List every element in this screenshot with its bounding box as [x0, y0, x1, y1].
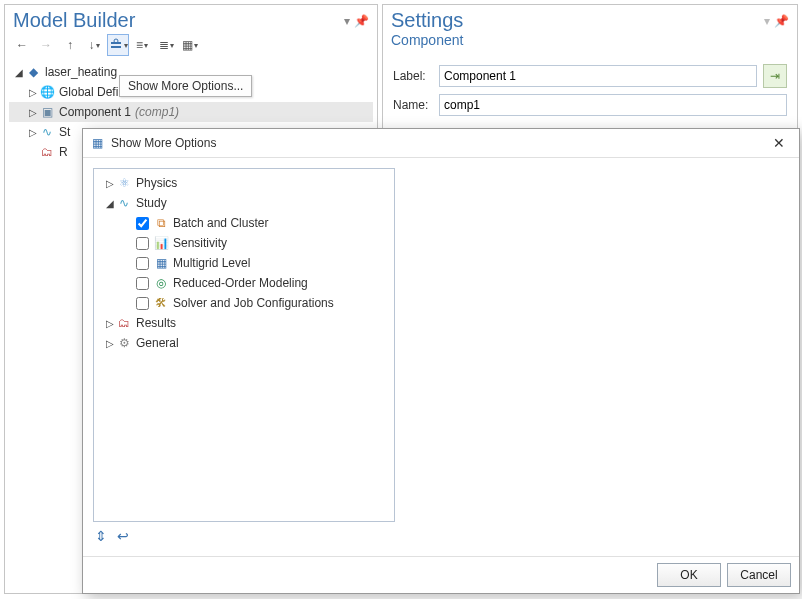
tree-study-stub-label: St: [59, 125, 70, 139]
panel-menu-icon[interactable]: ▾: [344, 14, 350, 28]
settings-subtitle: Component: [383, 32, 797, 52]
dialog-footer: OK Cancel: [83, 556, 799, 593]
cube-icon: ▣: [39, 104, 55, 120]
option-solver[interactable]: 🛠 Solver and Job Configurations: [100, 293, 388, 313]
label-row: Label: ⇥: [393, 64, 787, 88]
sensitivity-checkbox[interactable]: [136, 237, 149, 250]
option-multigrid-label: Multigrid Level: [173, 256, 250, 270]
options-tree: ▷ ⚛ Physics ◢ ∿ Study ⧉ Batch and Cluste…: [93, 168, 395, 522]
twisty-collapsed-icon[interactable]: ▷: [27, 107, 39, 118]
option-sensitivity[interactable]: 📊 Sensitivity: [100, 233, 388, 253]
dialog-right-pane: [405, 168, 789, 522]
model-builder-toolbar: ← → ↑ ↓▾ ▾ ≡▾ ≣▾ ▦▾: [5, 32, 377, 60]
settings-title: Settings: [391, 9, 463, 32]
study-icon: ∿: [39, 124, 55, 140]
model-builder-title-bar: Model Builder ▾ 📌: [5, 5, 377, 32]
option-batch-label: Batch and Cluster: [173, 216, 268, 230]
option-rom[interactable]: ◎ Reduced-Order Modeling: [100, 273, 388, 293]
rom-icon: ◎: [153, 275, 169, 291]
panel-pin-controls: ▾ 📌: [344, 14, 369, 28]
label-input[interactable]: [439, 65, 757, 87]
reset-icon[interactable]: ↩: [117, 528, 129, 544]
toolbar-extra-2[interactable]: ≣▾: [155, 34, 177, 56]
close-icon[interactable]: ✕: [765, 135, 793, 151]
show-more-options-button[interactable]: ▾: [107, 34, 129, 56]
twisty-expanded-icon[interactable]: ◢: [13, 67, 25, 78]
section-physics-label: Physics: [136, 176, 177, 190]
tree-component-suffix: (comp1): [135, 105, 179, 119]
name-row: Name:: [393, 94, 787, 116]
multigrid-icon: ▦: [153, 255, 169, 271]
option-solver-label: Solver and Job Configurations: [173, 296, 334, 310]
option-multigrid[interactable]: ▦ Multigrid Level: [100, 253, 388, 273]
dialog-titlebar[interactable]: ▦ Show More Options ✕: [83, 129, 799, 158]
tree-component[interactable]: ▷ ▣ Component 1 (comp1): [9, 102, 373, 122]
toolbar-extra-3[interactable]: ▦▾: [179, 34, 201, 56]
panel-menu-icon[interactable]: ▾: [764, 14, 770, 28]
results-icon: 🗂: [39, 144, 55, 160]
settings-pin-controls: ▾ 📌: [764, 14, 789, 28]
twisty-collapsed-icon[interactable]: ▷: [104, 338, 116, 349]
expand-all-icon[interactable]: ⇕: [95, 528, 107, 544]
dialog-tool-row: ⇕ ↩: [93, 522, 789, 546]
gear-icon: ⚙: [116, 335, 132, 351]
show-more-options-dialog: ▦ Show More Options ✕ ▷ ⚛ Physics ◢ ∿ St…: [82, 128, 800, 594]
tree-results-stub-label: R: [59, 145, 68, 159]
option-rom-label: Reduced-Order Modeling: [173, 276, 308, 290]
tree-component-label: Component 1: [59, 105, 131, 119]
dialog-body: ▷ ⚛ Physics ◢ ∿ Study ⧉ Batch and Cluste…: [83, 158, 799, 556]
toolbar-extra-1[interactable]: ≡▾: [131, 34, 153, 56]
nav-up-button[interactable]: ↑: [59, 34, 81, 56]
study-icon: ∿: [116, 195, 132, 211]
pin-icon[interactable]: 📌: [354, 14, 369, 28]
twisty-collapsed-icon[interactable]: ▷: [27, 127, 39, 138]
option-sensitivity-label: Sensitivity: [173, 236, 227, 250]
section-results-label: Results: [136, 316, 176, 330]
diamond-icon: ◆: [25, 64, 41, 80]
show-more-options-tooltip: Show More Options...: [119, 75, 252, 97]
twisty-collapsed-icon[interactable]: ▷: [104, 178, 116, 189]
batch-checkbox[interactable]: [136, 217, 149, 230]
name-input[interactable]: [439, 94, 787, 116]
cancel-button[interactable]: Cancel: [727, 563, 791, 587]
rom-checkbox[interactable]: [136, 277, 149, 290]
tree-root-label: laser_heating: [45, 65, 117, 79]
multigrid-checkbox[interactable]: [136, 257, 149, 270]
dialog-icon: ▦: [89, 135, 105, 151]
section-results[interactable]: ▷ 🗂 Results: [100, 313, 388, 333]
settings-title-bar: Settings ▾ 📌: [383, 5, 797, 32]
physics-icon: ⚛: [116, 175, 132, 191]
dialog-title: Show More Options: [111, 136, 765, 150]
twisty-collapsed-icon[interactable]: ▷: [27, 87, 39, 98]
section-study-label: Study: [136, 196, 167, 210]
svg-rect-1: [111, 46, 121, 48]
sensitivity-icon: 📊: [153, 235, 169, 251]
twisty-collapsed-icon[interactable]: ▷: [104, 318, 116, 329]
section-study[interactable]: ◢ ∿ Study: [100, 193, 388, 213]
name-field-label: Name:: [393, 98, 439, 112]
label-field-label: Label:: [393, 69, 439, 83]
section-general[interactable]: ▷ ⚙ General: [100, 333, 388, 353]
nav-down-button[interactable]: ↓▾: [83, 34, 105, 56]
solver-checkbox[interactable]: [136, 297, 149, 310]
nav-back-button[interactable]: ←: [11, 34, 33, 56]
ok-button[interactable]: OK: [657, 563, 721, 587]
option-batch-and-cluster[interactable]: ⧉ Batch and Cluster: [100, 213, 388, 233]
twisty-expanded-icon[interactable]: ◢: [104, 198, 116, 209]
pin-icon[interactable]: 📌: [774, 14, 789, 28]
model-builder-title: Model Builder: [13, 9, 135, 32]
solver-icon: 🛠: [153, 295, 169, 311]
batch-icon: ⧉: [153, 215, 169, 231]
globe-icon: 🌐: [39, 84, 55, 100]
go-to-source-button[interactable]: ⇥: [763, 64, 787, 88]
section-general-label: General: [136, 336, 179, 350]
section-physics[interactable]: ▷ ⚛ Physics: [100, 173, 388, 193]
results-icon: 🗂: [116, 315, 132, 331]
nav-forward-button[interactable]: →: [35, 34, 57, 56]
settings-form: Label: ⇥ Name:: [383, 52, 797, 128]
